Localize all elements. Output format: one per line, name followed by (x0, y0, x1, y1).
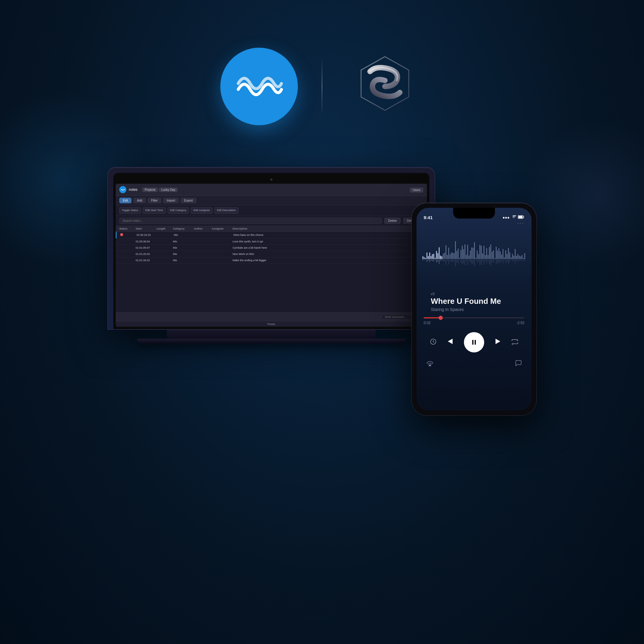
svg-rect-42 (448, 247, 449, 259)
hex-logo-icon (352, 54, 418, 119)
edit-description-btn[interactable]: Edit Description (214, 207, 239, 214)
svg-rect-72 (469, 256, 470, 259)
svg-rect-22 (435, 258, 436, 259)
toolbar-import-btn[interactable]: Import (163, 198, 179, 203)
col-status: Status (119, 227, 136, 230)
svg-rect-15 (429, 259, 430, 262)
bottom-controls (417, 357, 532, 374)
svg-rect-110 (494, 258, 495, 259)
macbook-screen: notes Projects Lucky Day Users Edit (116, 184, 427, 327)
svg-rect-46 (451, 253, 452, 259)
svg-rect-150 (521, 255, 522, 259)
table-row[interactable]: 01:01:34:22 Mix Make the ending a bit bi… (116, 257, 427, 264)
cell-start-1: 01:00:16:15 (137, 233, 157, 236)
col-category: Category (173, 227, 194, 230)
svg-rect-83 (476, 259, 476, 260)
toggle-status-btn[interactable]: Toggle Status (119, 207, 141, 214)
toolbar-edit-btn[interactable]: Edit (119, 198, 131, 203)
edit-category-btn[interactable]: Edit Category (168, 207, 189, 214)
svg-rect-155 (524, 259, 525, 262)
svg-rect-121 (501, 259, 502, 261)
progress-bar[interactable] (424, 317, 524, 318)
svg-rect-97 (485, 259, 486, 261)
toolbar-add-btn[interactable]: Add (133, 198, 146, 203)
svg-rect-26 (437, 253, 438, 259)
users-button[interactable]: Users (410, 188, 423, 193)
wifi-icon (511, 215, 516, 220)
svg-rect-128 (507, 254, 507, 259)
svg-marker-0 (361, 57, 409, 110)
svg-rect-27 (437, 259, 438, 262)
search-input[interactable] (119, 218, 382, 224)
svg-rect-130 (508, 248, 509, 259)
svg-rect-116 (499, 248, 499, 259)
cell-desc-3: Cymbals are a bit harsh here (233, 246, 423, 249)
more-dots-icon[interactable]: ··· (517, 220, 524, 226)
iphone-device: 9:41 ●●● ··· (411, 203, 537, 416)
svg-rect-151 (521, 259, 522, 261)
svg-rect-104 (490, 244, 491, 259)
svg-rect-119 (500, 259, 501, 262)
table-row[interactable]: 01:00:36:04 Mix Love this synth, turn it… (116, 239, 427, 245)
svg-rect-158 (475, 340, 476, 345)
svg-rect-20 (433, 254, 434, 259)
cell-status-1 (120, 233, 137, 237)
svg-rect-112 (496, 247, 497, 259)
svg-rect-41 (447, 259, 448, 261)
table-row[interactable]: 01:01:20:20 Mix Nice Work on this! (116, 251, 427, 257)
svg-rect-75 (470, 259, 471, 263)
more-options: ··· (417, 220, 532, 226)
svg-rect-9 (425, 259, 426, 260)
progress-thumb[interactable] (439, 316, 443, 320)
pause-button[interactable] (464, 332, 484, 352)
edit-start-time-btn[interactable]: Edit Start Time (143, 207, 166, 214)
delete-button[interactable]: Delete (384, 218, 401, 224)
svg-rect-145 (518, 259, 518, 261)
macbook-outer-body: notes Projects Lucky Day Users Edit (107, 167, 435, 330)
macbook-base (137, 339, 405, 343)
cell-start-4: 01:01:20:20 (136, 253, 157, 256)
devices-section: notes Projects Lucky Day Users Edit (0, 167, 644, 416)
breadcrumb-projects[interactable]: Projects (142, 188, 158, 192)
waves-logo (220, 48, 298, 125)
app-header: notes Projects Lucky Day Users (116, 184, 427, 196)
svg-rect-38 (445, 245, 446, 259)
next-button[interactable] (494, 338, 502, 347)
cell-category-4: Mix (173, 253, 194, 256)
svg-rect-28 (439, 247, 440, 259)
prev-button[interactable] (446, 338, 454, 347)
svg-rect-49 (452, 259, 453, 262)
table-row[interactable]: 01:01:05:07 Mix Cymbals are a bit harsh … (116, 245, 427, 251)
svg-rect-68 (466, 255, 467, 259)
col-assignee: Assignee (212, 227, 233, 230)
svg-rect-71 (467, 259, 468, 265)
svg-rect-139 (513, 259, 514, 261)
edit-assignee-btn[interactable]: Edit Assignee (191, 207, 213, 214)
iphone-dynamic-island (453, 208, 495, 219)
breadcrumb-project-name[interactable]: Lucky Day (159, 188, 178, 192)
svg-rect-120 (501, 255, 502, 259)
toolbar-export-btn[interactable]: Export (181, 198, 196, 203)
table-header: Status Start Length Category Author Assi… (116, 226, 427, 232)
clock-button[interactable] (430, 338, 436, 346)
battery-icon (518, 215, 524, 220)
svg-rect-19 (432, 259, 433, 261)
svg-rect-13 (428, 259, 429, 261)
repeat-button[interactable] (512, 339, 518, 346)
svg-rect-53 (455, 259, 456, 267)
chat-button[interactable] (515, 360, 522, 368)
svg-rect-64 (463, 249, 464, 259)
svg-rect-10 (427, 253, 428, 259)
toolbar-filter-btn[interactable]: Filter (148, 198, 161, 203)
logos-section (0, 48, 644, 125)
svg-rect-148 (520, 256, 521, 259)
progress-section: 0:32 -2:52 (417, 312, 532, 327)
cell-desc-2: Love this synth, turn it up! (233, 240, 423, 243)
svg-rect-82 (476, 258, 476, 259)
svg-rect-17 (431, 259, 431, 261)
svg-rect-47 (451, 259, 452, 262)
airplay-button[interactable] (426, 360, 434, 368)
svg-rect-157 (472, 340, 473, 345)
table-row[interactable]: 01:00:16:15 Mix More bass on this chorus (116, 232, 427, 239)
svg-rect-109 (493, 259, 494, 263)
